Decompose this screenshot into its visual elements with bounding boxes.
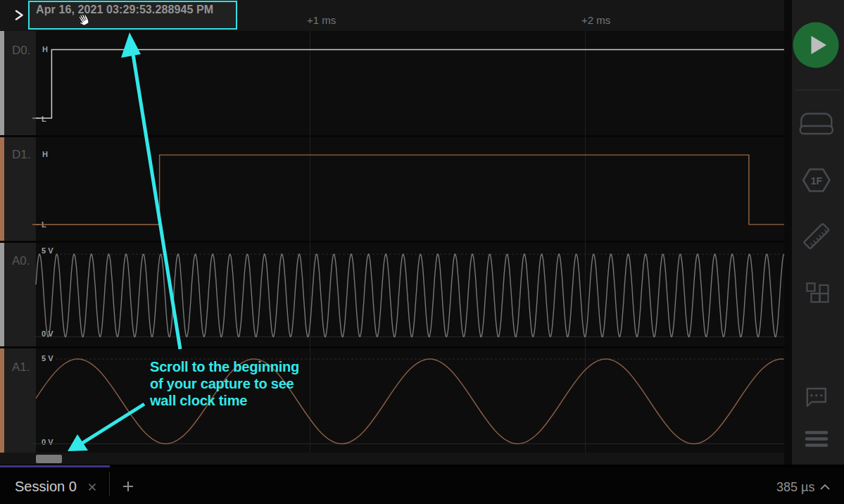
- svg-text:1F: 1F: [811, 175, 823, 187]
